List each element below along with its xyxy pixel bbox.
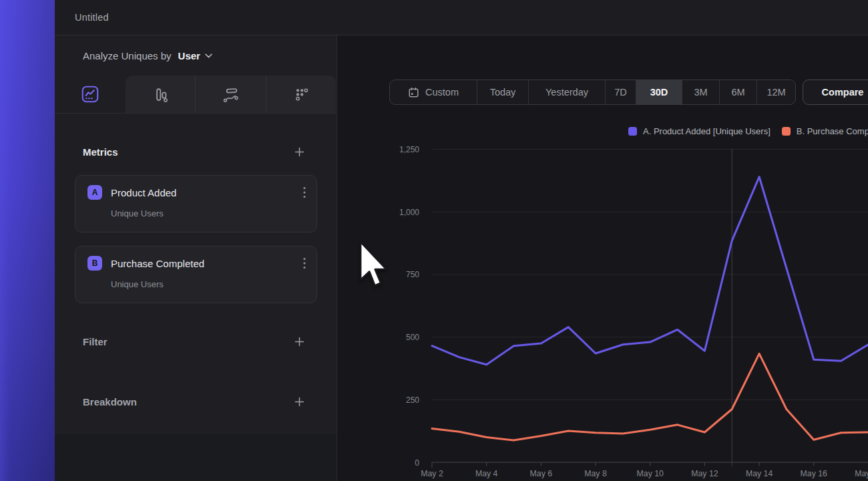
date-range-segmented-control: CustomTodayYesterday7D30D3M6M12M: [389, 79, 796, 105]
metric-badge-b: B: [87, 256, 102, 271]
app-window: Untitled Analyze Uniques by User: [55, 0, 868, 481]
metric-name-a: Product Added: [111, 187, 303, 198]
metric-subtitle-a: Unique Users: [111, 208, 306, 218]
sidebar: Analyze Uniques by User: [55, 35, 337, 481]
add-breakdown-button[interactable]: [294, 396, 305, 408]
range-button-3m[interactable]: 3M: [682, 80, 719, 104]
tab-funnels[interactable]: [126, 75, 195, 113]
sidebar-footer: [55, 434, 337, 481]
breakdown-title: Breakdown: [83, 396, 137, 408]
y-tick-label: 1,000: [399, 208, 419, 217]
plus-icon: [294, 147, 304, 157]
y-tick-label: 500: [406, 333, 419, 342]
x-tick-label: May 18: [855, 469, 868, 478]
range-button-today[interactable]: Today: [477, 80, 528, 104]
kebab-menu-icon[interactable]: [303, 257, 306, 269]
metric-name-b: Purchase Completed: [111, 258, 303, 269]
metric-card-b-top: B Purchase Completed: [87, 256, 306, 271]
chart-type-tabs: [55, 75, 337, 114]
metric-badge-a: A: [87, 185, 102, 200]
add-filter-button[interactable]: [294, 336, 305, 347]
y-tick-label: 250: [406, 395, 419, 405]
analyze-row: Analyze Uniques by User: [55, 35, 337, 75]
range-button-label: Today: [490, 87, 516, 98]
x-tick-label: May 16: [801, 469, 827, 478]
range-button-label: 30D: [650, 87, 668, 98]
chart-type-tab-group: [126, 75, 336, 113]
analyze-label: Analyze Uniques by: [83, 50, 172, 61]
filter-title: Filter: [83, 336, 107, 347]
range-button-label: 12M: [767, 87, 785, 98]
desktop-wallpaper-strip: [0, 0, 55, 481]
x-tick-label: May 14: [746, 469, 773, 478]
report-title: Untitled: [75, 12, 109, 23]
x-tick-label: May 6: [530, 469, 553, 478]
tab-retention[interactable]: [266, 75, 336, 113]
flows-wave-icon: [222, 86, 240, 104]
metrics-title: Metrics: [83, 146, 118, 158]
range-button-label: 7D: [614, 87, 627, 98]
funnels-bars-icon: [152, 86, 170, 104]
metric-card-a-top: A Product Added: [87, 185, 306, 200]
range-button-7d[interactable]: 7D: [605, 80, 636, 104]
analyze-by-dropdown[interactable]: User: [178, 50, 212, 61]
titlebar: Untitled: [55, 0, 868, 35]
range-button-yesterday[interactable]: Yesterday: [528, 80, 605, 104]
x-tick-label: May 8: [584, 469, 607, 478]
plus-icon: [294, 397, 304, 407]
calendar-icon: [408, 87, 419, 98]
range-button-30d[interactable]: 30D: [636, 80, 682, 104]
range-button-6m[interactable]: 6M: [719, 80, 756, 104]
tab-insights-line[interactable]: [55, 75, 126, 113]
series-line-b: [432, 353, 868, 440]
y-tick-label: 750: [406, 270, 419, 279]
chart-panel: CustomTodayYesterday7D30D3M6M12M Compare…: [337, 35, 868, 481]
analyze-by-value: User: [178, 50, 200, 61]
filter-header: Filter: [83, 333, 305, 349]
x-tick-label: May 12: [691, 469, 718, 478]
chevron-down-icon: [205, 53, 212, 58]
range-button-label: Custom: [425, 87, 459, 98]
range-button-label: Yesterday: [546, 87, 588, 98]
range-button-label: 3M: [694, 87, 707, 98]
x-tick-label: May 10: [637, 469, 664, 478]
breakdown-header: Breakdown: [83, 393, 305, 410]
x-tick-label: May 4: [475, 469, 498, 478]
tab-flows[interactable]: [195, 75, 265, 113]
metrics-header: Metrics: [83, 144, 305, 160]
plus-icon: [294, 337, 304, 347]
compare-button[interactable]: Compare: [803, 79, 868, 105]
line-chart: 02505007501,0001,250May 2May 4May 6May 8…: [374, 134, 868, 481]
add-metric-button[interactable]: [294, 146, 305, 158]
range-button-12m[interactable]: 12M: [756, 80, 795, 104]
kebab-menu-icon[interactable]: [303, 186, 306, 198]
range-button-custom[interactable]: Custom: [390, 80, 477, 104]
metric-subtitle-b: Unique Users: [111, 279, 306, 289]
x-tick-label: May 2: [421, 469, 443, 478]
metric-card-a[interactable]: A Product Added Unique Users: [75, 175, 317, 232]
metric-card-b[interactable]: B Purchase Completed Unique Users: [75, 246, 317, 303]
insights-line-chart-icon: [80, 84, 100, 104]
range-button-label: 6M: [731, 87, 744, 98]
y-tick-label: 1,250: [399, 145, 419, 154]
y-tick-label: 0: [415, 458, 419, 468]
retention-dots-icon: [292, 86, 310, 104]
series-line-a: [432, 177, 868, 365]
